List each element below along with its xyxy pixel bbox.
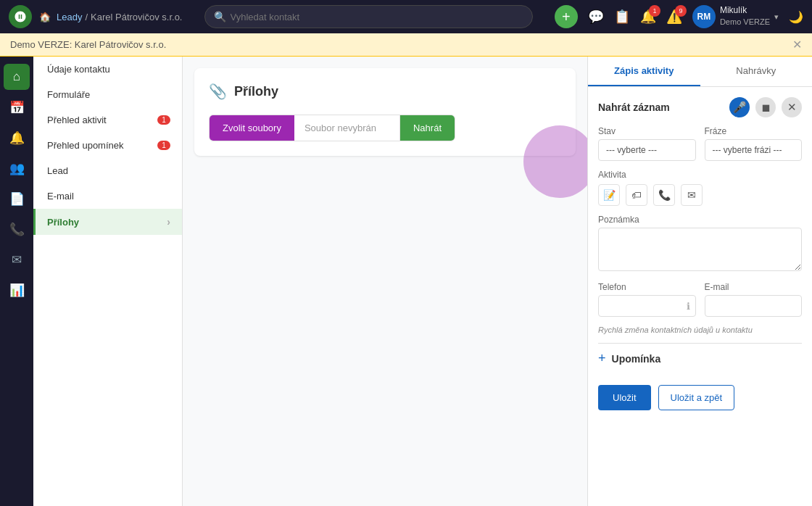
breadcrumb-home[interactable]: 🏠: [39, 12, 51, 22]
sidebar-icon-mail[interactable]: ✉: [4, 246, 30, 273]
upominka-label: Upomínka: [612, 353, 661, 365]
top-nav: 🏠 Leady / Karel Pátrovičov s.r.o. 🔍 + 💬 …: [0, 0, 812, 33]
save-back-button[interactable]: Uložit a zpět: [658, 385, 735, 410]
mic-button[interactable]: 🎤: [729, 97, 750, 117]
record-close-button[interactable]: ✕: [782, 97, 802, 117]
aktivita-phone-btn[interactable]: 📞: [653, 184, 675, 206]
breadcrumb-separator: /: [85, 12, 88, 22]
breadcrumb: 🏠 Leady / Karel Pátrovičov s.r.o.: [39, 12, 183, 22]
main-layout: ⌂ 📅 🔔 👥 📄 📞 ✉ 📊 Údaje kontaktu Formuláře…: [0, 57, 812, 506]
user-menu-chevron: ▾: [774, 12, 779, 22]
right-panel-tabs: Zápis aktivity Nahrávky: [588, 57, 812, 87]
theme-toggle[interactable]: 🌙: [789, 10, 803, 24]
nav-actions: + 💬 📋 🔔 1 ⚠️ 9 RM Mikulík Demo VERZE ▾ 🌙: [555, 5, 803, 28]
telefon-email-row: Telefon 876546542 ℹ E-mail: [598, 282, 802, 317]
aktivita-icons: 📝 🏷 📞 ✉: [598, 184, 802, 206]
email-label: E-mail: [705, 282, 803, 292]
history-button[interactable]: 📋: [614, 9, 630, 25]
demo-banner: Demo VERZE: Karel Pátrovičov s.r.o. ✕: [0, 33, 812, 57]
demo-banner-text: Demo VERZE: Karel Pátrovičov s.r.o.: [10, 39, 166, 50]
poznamka-row: Poznámka: [598, 215, 802, 273]
btn-row: Uložit Uložit a zpět: [598, 382, 802, 410]
sidebar-icon-users[interactable]: 👥: [4, 155, 30, 181]
sidebar-icon-calendar[interactable]: 📅: [4, 94, 30, 120]
file-upload-area: Zvolit soubory Soubor nevybrán Nahrát: [209, 115, 455, 141]
record-title: Nahrát záznam: [598, 101, 670, 113]
sidebar-item-udaje[interactable]: Údaje kontaktu: [33, 57, 182, 82]
avatar: RM: [692, 5, 716, 28]
record-actions: 🎤 ⏹ ✕: [729, 97, 802, 117]
telefon-label: Telefon: [598, 282, 696, 292]
prilohy-arrow: ›: [167, 216, 170, 228]
aktivit-badge: 1: [157, 115, 170, 125]
breadcrumb-current: Karel Pátrovičov s.r.o.: [91, 12, 182, 22]
messages-button[interactable]: 💬: [588, 9, 604, 25]
sidebar-item-lead[interactable]: Lead: [33, 158, 182, 183]
upominka-row[interactable]: + Upomínka: [598, 343, 802, 373]
upominka-plus-icon: +: [598, 351, 606, 366]
notifications-badge: 1: [649, 5, 660, 17]
sidebar-icon-document[interactable]: 📄: [4, 186, 30, 212]
poznamka-label: Poznámka: [598, 215, 802, 225]
search-bar[interactable]: 🔍: [204, 5, 533, 28]
add-button[interactable]: +: [555, 5, 578, 28]
record-header: Nahrát záznam 🎤 ⏹ ✕: [598, 97, 802, 117]
email-col: E-mail: [705, 282, 803, 317]
sidebar-item-prilohy[interactable]: Přílohy ›: [33, 209, 182, 235]
demo-banner-close[interactable]: ✕: [792, 38, 802, 51]
upload-button[interactable]: Nahrát: [399, 115, 455, 141]
sidebar-item-prehled-upominek[interactable]: Přehled upomínek 1: [33, 133, 182, 158]
fraze-col: Fráze --- vyberte frázi ---: [705, 126, 803, 161]
fraze-select[interactable]: --- vyberte frázi ---: [705, 139, 803, 161]
stav-label: Stav: [598, 126, 696, 136]
telefon-input[interactable]: 876546542: [598, 295, 696, 317]
telefon-info-icon: ℹ: [687, 301, 690, 312]
right-panel: Zápis aktivity Nahrávky Nahrát záznam 🎤 …: [587, 57, 812, 506]
search-input[interactable]: [231, 12, 523, 22]
sidebar-item-email[interactable]: E-mail: [33, 183, 182, 209]
poznamka-textarea[interactable]: [598, 228, 802, 271]
file-placeholder: Soubor nevybrán: [294, 115, 399, 141]
prilohy-icon: 📎: [209, 83, 227, 100]
alerts-badge: 9: [675, 5, 687, 17]
stav-fraze-row: Stav --- vyberte --- Fráze --- vyberte f…: [598, 126, 802, 161]
aktivita-tag-btn[interactable]: 🏷: [626, 184, 647, 206]
user-menu[interactable]: RM Mikulík Demo VERZE ▾: [692, 5, 779, 28]
sidebar-icon-home[interactable]: ⌂: [4, 64, 30, 90]
sidebar-item-prehled-aktivit[interactable]: Přehled aktivit 1: [33, 107, 182, 133]
circle-decoration: [523, 125, 587, 198]
right-panel-content: Nahrát záznam 🎤 ⏹ ✕ Stav --- vyberte ---…: [588, 87, 812, 506]
tab-zapis-aktivity[interactable]: Zápis aktivity: [588, 57, 700, 86]
search-icon: 🔍: [214, 11, 226, 22]
alerts-button[interactable]: ⚠️ 9: [666, 9, 682, 25]
telefon-input-wrap: 876546542 ℹ: [598, 295, 696, 317]
aktivita-mail-btn[interactable]: ✉: [681, 184, 703, 206]
sidebar-icon-bell[interactable]: 🔔: [4, 125, 30, 151]
telefon-col: Telefon 876546542 ℹ: [598, 282, 696, 317]
notifications-button[interactable]: 🔔 1: [640, 9, 656, 25]
fraze-label: Fráze: [705, 126, 803, 136]
stav-select[interactable]: --- vyberte ---: [598, 139, 696, 161]
icon-sidebar: ⌂ 📅 🔔 👥 📄 📞 ✉ 📊: [0, 57, 33, 506]
sidebar-icon-chart[interactable]: 📊: [4, 277, 30, 303]
prilohy-header: 📎 Přílohy: [209, 83, 561, 100]
stop-button[interactable]: ⏹: [755, 97, 776, 117]
nav-sidebar: Údaje kontaktu Formuláře Přehled aktivit…: [33, 57, 183, 506]
choose-file-button[interactable]: Zvolit soubory: [210, 115, 294, 141]
app-logo[interactable]: [9, 5, 32, 28]
tab-nahravky[interactable]: Nahrávky: [700, 57, 813, 86]
sidebar-item-formulare[interactable]: Formuláře: [33, 82, 182, 107]
aktivita-note-btn[interactable]: 📝: [598, 184, 620, 206]
email-input[interactable]: [705, 295, 803, 317]
stav-col: Stav --- vyberte ---: [598, 126, 696, 161]
prilohy-title: Přílohy: [234, 84, 278, 99]
quick-change-note: Rychlá změna kontaktních údajů u kontakt…: [598, 325, 802, 334]
upominek-badge: 1: [157, 141, 170, 150]
save-button[interactable]: Uložit: [598, 385, 651, 410]
aktivita-label: Aktivita: [598, 170, 802, 180]
user-info: Mikulík Demo VERZE: [720, 5, 770, 28]
aktivita-row: Aktivita 📝 🏷 📞 ✉: [598, 170, 802, 206]
sidebar-icon-phone[interactable]: 📞: [4, 216, 30, 242]
breadcrumb-leady[interactable]: Leady: [57, 12, 82, 22]
prilohy-section: 📎 Přílohy Zvolit soubory Soubor nevybrán…: [194, 68, 576, 156]
